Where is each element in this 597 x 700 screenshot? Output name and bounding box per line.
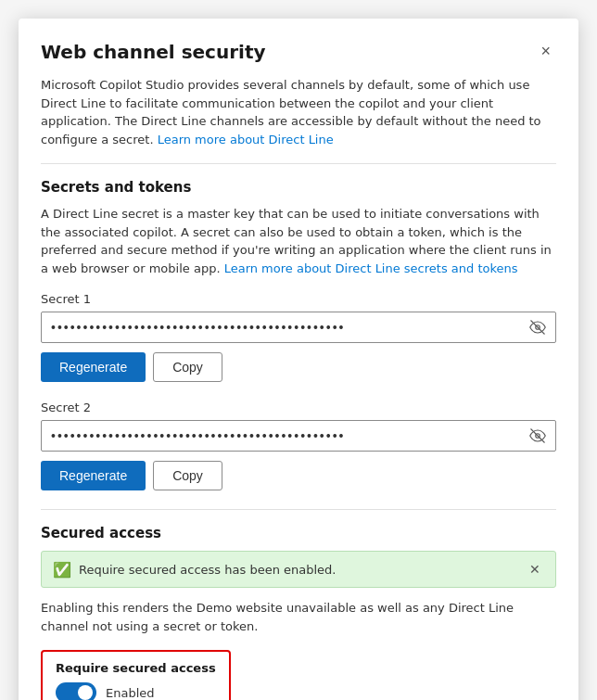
svg-line-1 [531, 321, 545, 335]
secret1-actions: Regenerate Copy [41, 352, 556, 382]
secret1-input[interactable] [42, 312, 520, 342]
toggle-track [56, 682, 96, 700]
secured-access-toggle[interactable] [56, 682, 96, 700]
section-divider-1 [41, 163, 556, 164]
toggle-label: Require secured access [56, 661, 216, 675]
banner-dismiss-button[interactable]: ✕ [526, 560, 544, 579]
eye-icon [529, 319, 546, 336]
secret2-actions: Regenerate Copy [41, 461, 556, 490]
secret2-show-button[interactable] [520, 422, 555, 450]
toggle-row: Enabled [56, 682, 216, 700]
intro-text: Microsoft Copilot Studio provides severa… [41, 76, 556, 148]
secured-access-section: Secured access ✅ Require secured access … [41, 525, 556, 700]
secret1-copy-button[interactable]: Copy [153, 352, 222, 382]
secret2-regenerate-button[interactable]: Regenerate [41, 461, 146, 490]
toggle-status-text: Enabled [106, 686, 155, 700]
secret1-regenerate-button[interactable]: Regenerate [41, 352, 146, 382]
learn-more-secrets-link[interactable]: Learn more about Direct Line secrets and… [224, 261, 518, 275]
success-banner-text: Require secured access has been enabled. [79, 563, 336, 577]
secret1-label: Secret 1 [41, 292, 556, 306]
secured-access-title: Secured access [41, 525, 556, 541]
secret2-input[interactable] [42, 421, 520, 451]
check-circle-icon: ✅ [53, 561, 71, 579]
secured-access-description: Enabling this renders the Demo website u… [41, 599, 556, 635]
learn-more-direct-line-link[interactable]: Learn more about Direct Line [158, 133, 334, 146]
eye-icon-2 [529, 427, 546, 444]
dialog-title: Web channel security [41, 41, 266, 63]
secret2-copy-button[interactable]: Copy [153, 461, 222, 490]
section-divider-2 [41, 509, 556, 510]
dialog-header: Web channel security × [41, 41, 556, 63]
svg-line-3 [531, 429, 545, 443]
secret2-label: Secret 2 [41, 401, 556, 414]
close-button[interactable]: × [535, 41, 556, 61]
success-banner-left: ✅ Require secured access has been enable… [53, 561, 336, 579]
secrets-section-desc: A Direct Line secret is a master key tha… [41, 205, 556, 277]
secrets-section-title: Secrets and tokens [41, 179, 556, 196]
secret2-input-wrapper [41, 420, 556, 452]
web-channel-security-dialog: Web channel security × Microsoft Copilot… [19, 19, 578, 700]
secret1-show-button[interactable] [520, 313, 555, 341]
secrets-tokens-section: Secrets and tokens A Direct Line secret … [41, 179, 556, 490]
toggle-thumb [78, 685, 93, 700]
require-secured-access-toggle-container: Require secured access Enabled [41, 650, 231, 700]
success-banner: ✅ Require secured access has been enable… [41, 551, 556, 588]
secret1-input-wrapper [41, 312, 556, 343]
